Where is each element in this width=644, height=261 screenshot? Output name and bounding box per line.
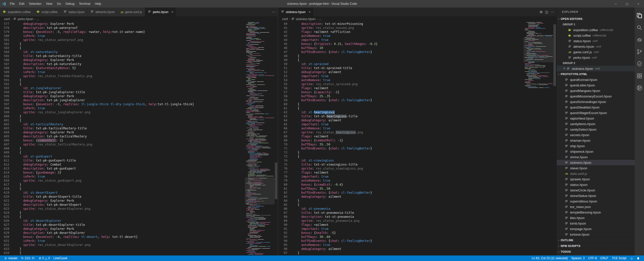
minimap-slider[interactable]: [524, 37, 553, 62]
file-item[interactable]: tce_news.json: [557, 204, 635, 210]
status-notifications-bell-icon[interactable]: [635, 255, 641, 261]
breadcrumb-item[interactable]: conf: [4, 17, 10, 21]
file-item[interactable]: sanitySelect.hjson: [557, 127, 635, 132]
file-item[interactable]: questKonrad.hjson: [557, 77, 635, 82]
status-utf-8[interactable]: UTF-8: [586, 255, 598, 261]
breadcrumb[interactable]: conf›sickness.hjson›...: [278, 16, 556, 22]
close-icon[interactable]: ×: [562, 67, 566, 70]
file-item[interactable]: shaman.hjson: [557, 138, 635, 143]
menu-go[interactable]: Go: [55, 0, 63, 8]
source-control-icon[interactable]: [635, 46, 644, 58]
tab-script.coffee[interactable]: script.coffee: [34, 8, 61, 16]
file-item[interactable]: questSchroedinger.hjson: [557, 99, 635, 105]
file-item[interactable]: templeBlessing.hjson: [557, 210, 635, 215]
git-graph-icon[interactable]: [635, 82, 644, 94]
file-item[interactable]: ship.hjson: [557, 143, 635, 149]
vertical-scrollbar[interactable]: [553, 22, 556, 255]
file-item[interactable]: stoneCircle.hjson: [557, 187, 635, 193]
minimap-slider[interactable]: [245, 178, 274, 204]
tab-expedition.coffee[interactable]: expedition.coffee: [0, 8, 34, 16]
open-editor-item[interactable]: ailments.hjsonconf: [557, 44, 635, 49]
breadcrumb-item[interactable]: ...: [36, 17, 39, 21]
code-editor[interactable]: 40 description: txt-st-minorPoisoning41 …: [278, 22, 556, 255]
tab-status.hjson[interactable]: status.hjson: [61, 8, 88, 16]
status-213-0-[interactable]: ↻213↓ 0↑: [19, 255, 37, 261]
menu-selection[interactable]: Selection: [27, 0, 44, 8]
menu-terminal[interactable]: Terminal: [77, 0, 93, 8]
file-item[interactable]: JSslots.conf.js: [557, 171, 635, 176]
breadcrumb[interactable]: conf›perks.hjson›...: [0, 16, 278, 22]
more-actions-icon[interactable]: ⋯: [551, 10, 554, 14]
file-item[interactable]: secrets.hjson: [557, 132, 635, 138]
toggle-layout-icon[interactable]: ⊞: [540, 10, 543, 14]
open-editor-item[interactable]: status.hjsonconf: [557, 38, 635, 44]
minimap[interactable]: [524, 22, 553, 255]
close-icon[interactable]: ×: [309, 10, 311, 14]
extensions-icon[interactable]: [635, 70, 644, 82]
file-item[interactable]: status.hjson: [557, 182, 635, 187]
file-item[interactable]: superstitious.hjson: [557, 198, 635, 204]
section-outline[interactable]: ›OUTLINE: [557, 237, 635, 243]
menu-help[interactable]: Help: [93, 0, 103, 8]
more-actions-icon[interactable]: ⋯: [272, 10, 275, 14]
open-editor-item[interactable]: JSgame.conf.jsconf: [557, 49, 635, 55]
file-item[interactable]: sanityItems.hjson: [557, 121, 635, 127]
file-item[interactable]: tomb.hjson: [557, 221, 635, 226]
status-ln-62-col-23-11-selected-[interactable]: Ln 62, Col 23 (11 selected): [530, 255, 570, 261]
file-item[interactable]: shipwreck.hjson: [557, 149, 635, 154]
file-item[interactable]: questVillagerEscort.hjson: [557, 110, 635, 116]
menu-file[interactable]: File: [8, 0, 17, 8]
maximize-button[interactable]: ▢: [621, 0, 633, 8]
breadcrumb-item[interactable]: perks.hjson: [13, 17, 33, 21]
status-master[interactable]: master: [3, 255, 19, 261]
file-item[interactable]: sickness.hjson: [557, 160, 635, 165]
open-editor-item[interactable]: expedition.coffeecoffeescript: [557, 27, 635, 33]
file-item[interactable]: tompage.hjson: [557, 226, 635, 232]
test-icon[interactable]: [635, 58, 644, 70]
menu-edit[interactable]: Edit: [17, 0, 27, 8]
close-icon[interactable]: ×: [171, 10, 173, 14]
tab-perks.hjson[interactable]: perks.hjson×: [145, 8, 176, 16]
menu-view[interactable]: View: [44, 0, 55, 8]
file-item[interactable]: questLetter.hjson: [557, 82, 635, 88]
split-editor-icon[interactable]: ◫: [545, 10, 548, 14]
section-open-editors[interactable]: ⌄OPEN EDITORS: [557, 16, 635, 22]
file-item[interactable]: slaver.hjson: [557, 165, 635, 171]
breadcrumb-item[interactable]: conf: [282, 17, 288, 21]
scrollbar-thumb[interactable]: [275, 163, 277, 199]
file-item[interactable]: questMissionaryEscort.hjson: [557, 93, 635, 99]
open-editor-item[interactable]: ×sickness.hjsonconf: [557, 66, 635, 71]
status-feedback-smiley-icon[interactable]: ☺: [628, 255, 635, 261]
file-item[interactable]: raptorNest.hjson: [557, 116, 635, 121]
open-editor-item[interactable]: perks.hjsonconf: [557, 55, 635, 60]
code-editor[interactable]: 577 debugCategory: Explorer Perk578 desc…: [0, 22, 278, 255]
file-item[interactable]: questMangoes.hjson: [557, 88, 635, 93]
section-folder[interactable]: ⌄PROTOTYPE-HTML: [557, 71, 635, 77]
minimize-button[interactable]: ─: [610, 0, 621, 8]
tab-game.conf.js[interactable]: JSgame.conf.js: [118, 8, 145, 16]
section-npm-scripts[interactable]: ›NPM SCRIPTS: [557, 243, 635, 249]
file-item[interactable]: tiles.hjson: [557, 215, 635, 221]
file-item[interactable]: questStealIdol.hjson: [557, 105, 635, 110]
minimap[interactable]: [245, 22, 274, 255]
vertical-scrollbar[interactable]: [274, 22, 278, 255]
file-item[interactable]: shrine.hjson: [557, 154, 635, 160]
explorer-icon[interactable]: [635, 10, 644, 22]
breadcrumb-item[interactable]: ...: [319, 17, 321, 21]
close-button[interactable]: ×: [633, 0, 644, 8]
file-item[interactable]: stoneStatue.hjson: [557, 193, 635, 198]
debug-icon[interactable]: [635, 34, 644, 46]
tab-ailments.hjson[interactable]: ailments.hjson: [88, 8, 118, 16]
file-item[interactable]: sprawls.hjson: [557, 176, 635, 182]
search-icon[interactable]: [635, 22, 644, 34]
breadcrumb-item[interactable]: sickness.hjson: [291, 17, 315, 21]
status-crlf[interactable]: CRLF: [598, 255, 610, 261]
open-editor-item[interactable]: script.coffeecoffeescript: [557, 33, 635, 38]
file-item[interactable]: tortoise.hjson: [557, 232, 635, 237]
scrollbar-thumb[interactable]: [553, 24, 556, 86]
status-0[interactable]: ⊘0△0: [37, 255, 52, 261]
status-tce-script[interactable]: TCE Script: [610, 255, 628, 261]
tab-sickness.hjson[interactable]: sickness.hjson×: [278, 8, 314, 16]
status-linecount[interactable]: LineCount: [52, 255, 69, 261]
menu-debug[interactable]: Debug: [63, 0, 77, 8]
